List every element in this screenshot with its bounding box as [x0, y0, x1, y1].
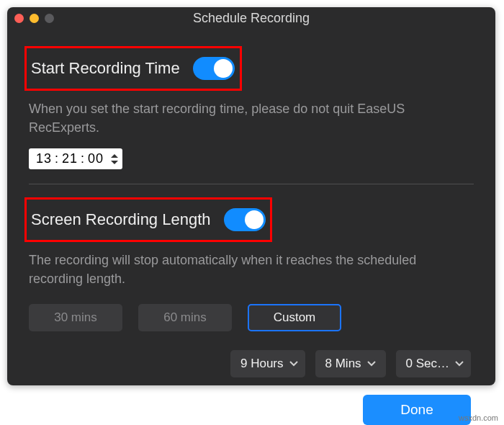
preset-custom-button[interactable]: Custom	[248, 304, 341, 331]
secs-value: 0 Sec…	[406, 357, 449, 371]
start-time-header: Start Recording Time	[24, 46, 242, 91]
done-button[interactable]: Done	[363, 395, 471, 425]
hours-value: 9 Hours	[240, 357, 284, 371]
close-icon[interactable]	[14, 14, 24, 23]
secs-select[interactable]: 0 Sec…	[396, 350, 471, 377]
start-time-description: When you set the start recording time, p…	[29, 99, 474, 137]
divider	[29, 184, 474, 184]
length-header: Screen Recording Length	[24, 197, 272, 242]
length-label: Screen Recording Length	[31, 210, 211, 229]
chevron-down-icon	[367, 361, 376, 367]
maximize-icon	[45, 14, 54, 23]
toggle-knob-icon	[245, 210, 264, 229]
length-description: The recording will stop automatically wh…	[29, 251, 474, 288]
length-toggle[interactable]	[224, 208, 266, 231]
content: Start Recording Time When you set the st…	[7, 29, 495, 425]
time-stepper[interactable]	[111, 153, 118, 165]
schedule-recording-window: Schedule Recording Start Recording Time …	[7, 7, 495, 385]
preset-30-button[interactable]: 30 mins	[29, 304, 122, 331]
chevron-down-icon	[289, 361, 298, 367]
start-time-toggle[interactable]	[193, 57, 235, 80]
traffic-lights	[14, 14, 54, 23]
time-mm[interactable]: 21	[62, 151, 78, 166]
start-time-input[interactable]: 13 : 21 : 00	[29, 148, 122, 169]
custom-duration-row: 9 Hours 8 Mins 0 Sec…	[29, 350, 474, 377]
chevron-down-icon	[455, 361, 464, 367]
toggle-knob-icon	[214, 59, 233, 78]
window-title: Schedule Recording	[7, 11, 495, 26]
titlebar: Schedule Recording	[7, 7, 495, 29]
preset-60-button[interactable]: 60 mins	[138, 304, 232, 331]
mins-value: 8 Mins	[325, 357, 361, 371]
length-presets: 30 mins 60 mins Custom	[29, 304, 474, 331]
time-hh[interactable]: 13	[36, 151, 52, 166]
chevron-up-icon	[111, 153, 118, 158]
chevron-down-icon	[111, 160, 118, 165]
minimize-icon[interactable]	[30, 14, 39, 23]
watermark: wsxdn.com	[459, 413, 498, 422]
hours-select[interactable]: 9 Hours	[230, 350, 305, 377]
footer-row: Done	[29, 395, 474, 425]
time-sep-icon: :	[55, 151, 59, 166]
time-ss[interactable]: 00	[88, 151, 104, 166]
start-time-label: Start Recording Time	[31, 59, 180, 78]
time-sep-icon: :	[81, 151, 85, 166]
mins-select[interactable]: 8 Mins	[315, 350, 386, 377]
